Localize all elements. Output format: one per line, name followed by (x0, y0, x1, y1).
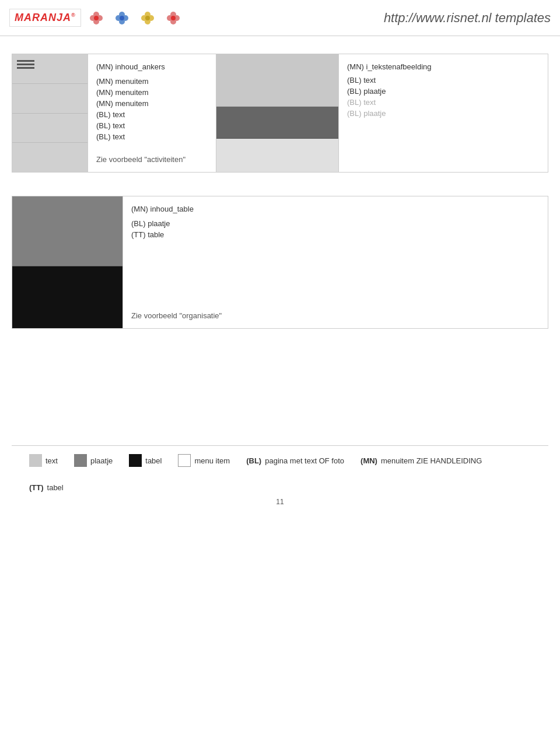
content-col-b: (MN) inhoud_table (BL) plaatje (TT) tabl… (123, 196, 548, 328)
bl-text-1: (BL) text (96, 110, 208, 119)
header-url: http://www.risnet.nl templates (384, 10, 551, 26)
sidebar-black-block (12, 266, 123, 328)
svg-point-14 (145, 16, 150, 20)
legend-tabel-label: tabel (145, 456, 162, 465)
section-organisatie: (MN) inhoud_table (BL) plaatje (TT) tabl… (12, 196, 548, 329)
svg-point-4 (94, 16, 99, 20)
section-activiteiten: (MN) inhoud_ankers (MN) menuitem (MN) me… (12, 54, 548, 173)
bl-text-3: (BL) text (96, 132, 208, 141)
bl-plaatje-label: (BL) plaatje (131, 219, 540, 228)
mn-menuitem-3: (MN) menuitem (96, 99, 208, 108)
legend: text plaatje tabel menu item (BL) pagina… (12, 445, 548, 495)
image-mid-dark (216, 107, 338, 139)
flower-icon-2 (111, 8, 132, 29)
legend-tt-desc: (TT) tabel (29, 483, 64, 492)
mn-menuitem-1: (MN) menuitem (96, 77, 208, 86)
page-number: 11 (12, 495, 548, 512)
see-example-activiteiten: Zie voorbeeld "activiteiten" (96, 143, 208, 164)
legend-mn-label: (MN) (360, 456, 377, 465)
sidebar-dark-block (12, 196, 123, 266)
legend-mn-desc: (MN) menuitem ZIE HANDLEIDING (360, 456, 482, 465)
sidebar-row-3 (12, 113, 88, 143)
legend-text: text (29, 454, 58, 467)
legend-menu-item-label: menu item (194, 456, 230, 465)
logo-area: MARANJA® (9, 8, 184, 29)
sidebar-row-4 (12, 142, 88, 172)
hamburger-icon (12, 54, 88, 75)
sidebar-col-b (12, 196, 123, 328)
bl-text-right-1: (BL) text (347, 76, 540, 85)
legend-bl-label: (BL) (246, 456, 261, 465)
legend-plaatje-label: plaatje (90, 456, 113, 465)
see-example-organisatie: Zie voorbeeld "organisatie" (131, 311, 540, 320)
page-header: MARANJA® (0, 0, 560, 36)
legend-box-plaatje (74, 454, 87, 467)
bl-text-2: (BL) text (96, 121, 208, 130)
sidebar-row-1 (12, 54, 88, 83)
mn-i-tekstenafbeelding-label: (MN) i_tekstenafbeelding (347, 62, 540, 71)
image-bot-light (216, 139, 338, 172)
legend-plaatje: plaatje (74, 454, 113, 467)
legend-bl-desc: (BL) pagina met text OF foto (246, 456, 344, 465)
hamburger-line-1 (17, 60, 34, 62)
menu-col: (MN) inhoud_ankers (MN) menuitem (MN) me… (88, 54, 216, 172)
tt-table-label: (TT) table (131, 230, 540, 239)
right-labels-col: (MN) i_tekstenafbeelding (BL) text (BL) … (339, 54, 548, 172)
mn-menuitem-2: (MN) menuitem (96, 88, 208, 97)
legend-text-label: text (46, 456, 58, 465)
image-center-col (216, 54, 339, 172)
legend-tt-desc: tabel (47, 483, 64, 492)
hamburger-line-2 (17, 64, 34, 65)
hamburger-line-3 (17, 67, 34, 69)
legend-tabel: tabel (129, 454, 162, 467)
main-content: (MN) inhoud_ankers (MN) menuitem (MN) me… (0, 36, 560, 523)
image-top-light (216, 54, 338, 107)
svg-point-19 (171, 16, 176, 20)
legend-box-text (29, 454, 42, 467)
svg-point-9 (120, 16, 124, 20)
flower-icon-4 (163, 8, 184, 29)
legend-box-menu-item (178, 454, 191, 467)
bl-plaatje-right-1: (BL) plaatje (347, 87, 540, 96)
bl-text-right-2: (BL) text (347, 98, 540, 107)
legend-box-tabel (129, 454, 142, 467)
legend-bl-desc: pagina met text OF foto (265, 456, 344, 465)
mn-inhoud-table-label: (MN) inhoud_table (131, 205, 540, 213)
legend-mn-desc: menuitem ZIE HANDLEIDING (381, 456, 482, 465)
flower-icon-3 (137, 8, 158, 29)
flower-icon-1 (86, 8, 107, 29)
bl-plaatje-right-2: (BL) plaatje (347, 109, 540, 118)
sidebar-row-2 (12, 83, 88, 113)
maranja-logo: MARANJA® (9, 9, 81, 27)
legend-menu-item: menu item (178, 454, 230, 467)
sidebar-col (12, 54, 88, 172)
legend-tt-label: (TT) (29, 483, 44, 492)
mn-inhoud-ankers-label: (MN) inhoud_ankers (96, 62, 208, 71)
